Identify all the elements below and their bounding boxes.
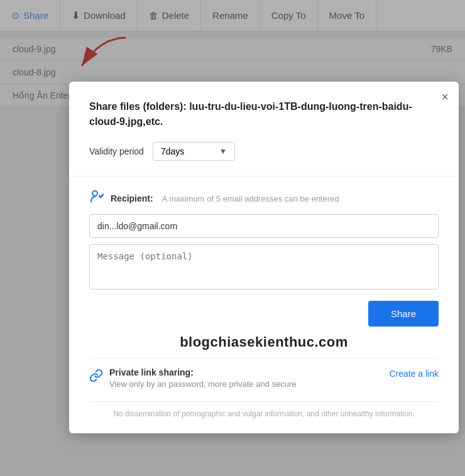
footer-note: No dissemination of pornographic and vul…: [89, 401, 439, 418]
validity-label: Validity period: [89, 146, 144, 156]
divider-1: [69, 176, 459, 176]
create-link-button[interactable]: Create a link: [389, 369, 439, 379]
chevron-down-icon: ▼: [219, 147, 227, 156]
modal-title-prefix: Share files (folders):: [89, 101, 189, 112]
share-submit-button[interactable]: Share: [368, 301, 439, 327]
svg-point-1: [92, 191, 97, 196]
message-textarea[interactable]: [89, 244, 439, 289]
private-link-title: Private link sharing:: [109, 367, 296, 377]
modal-close-button[interactable]: ×: [441, 90, 449, 103]
recipient-icon: [89, 189, 104, 208]
email-input[interactable]: [89, 214, 439, 238]
recipient-header: Recipient: A maximum of 5 email addresse…: [89, 189, 439, 208]
private-link-desc: View only by an password, more private a…: [109, 379, 296, 389]
private-link-left: Private link sharing: View only by an pa…: [89, 367, 296, 389]
recipient-section: Recipient: A maximum of 5 email addresse…: [89, 189, 439, 292]
share-modal: × Share files (folders): luu-tru-du-lieu…: [69, 82, 459, 433]
validity-select-wrapper[interactable]: 7days 1day 30days Permanent ▼: [153, 142, 235, 161]
recipient-label: Recipient:: [111, 193, 153, 203]
share-button-row: Share: [89, 301, 439, 327]
private-link-row: Private link sharing: View only by an pa…: [89, 358, 439, 395]
recipient-hint: A maximum of 5 email addresses can be en…: [162, 194, 339, 203]
validity-dropdown[interactable]: 7days 1day 30days Permanent: [161, 146, 214, 156]
modal-title: Share files (folders): luu-tru-du-lieu-v…: [89, 99, 439, 129]
private-link-info: Private link sharing: View only by an pa…: [109, 367, 296, 389]
link-icon: [89, 369, 103, 386]
validity-row: Validity period 7days 1day 30days Perman…: [89, 142, 439, 161]
watermark: blogchiasekienthuc.com: [89, 334, 439, 350]
